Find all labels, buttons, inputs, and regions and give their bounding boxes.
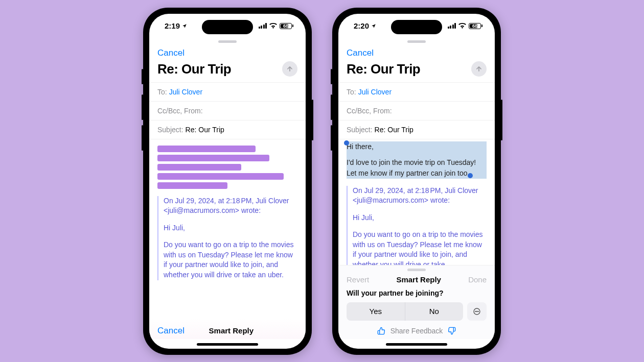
thumbs-down-icon[interactable] — [448, 327, 456, 335]
choice-no[interactable]: No — [405, 302, 464, 321]
wifi-icon — [269, 23, 277, 29]
subject-value: Re: Our Trip — [375, 126, 413, 134]
share-feedback[interactable]: Share Feedback — [338, 327, 495, 337]
smart-reply-bar: Cancel Smart Reply Done — [149, 319, 306, 339]
side-button — [142, 94, 143, 120]
side-button — [312, 100, 313, 140]
send-button[interactable] — [282, 61, 297, 77]
side-button — [331, 125, 332, 151]
quote-body: Do you want to go on a trip to the movie… — [353, 230, 487, 264]
dynamic-island — [391, 20, 442, 34]
to-field[interactable]: To: Juli Clover — [149, 82, 306, 101]
smart-reply-panel: Revert Smart Reply Done Will your partne… — [338, 265, 495, 339]
side-button — [501, 100, 502, 140]
arrow-up-icon — [286, 65, 293, 73]
quote-greeting: Hi Juli, — [353, 213, 487, 223]
revert-button[interactable]: Revert — [347, 275, 369, 284]
cancel-button[interactable]: Cancel — [157, 48, 185, 58]
selection-handle-end[interactable] — [468, 173, 473, 178]
quote-body: Do you want to go on a trip to the movie… — [164, 240, 297, 280]
done-button[interactable]: Done — [468, 275, 487, 284]
compose-title: Re: Our Trip — [157, 61, 231, 77]
svg-point-1 — [475, 311, 476, 311]
reply-line-2: I'd love to join the movie trip on Tuesd… — [347, 158, 476, 177]
status-time: 2:19 — [165, 21, 180, 30]
location-icon — [182, 23, 187, 29]
subject-label: Subject: — [157, 126, 183, 134]
to-field[interactable]: To: Juli Clover — [338, 82, 495, 101]
message-body[interactable]: On Jul 29, 2024, at 2:18 PM, Juli Clover… — [149, 139, 306, 319]
feedback-label: Share Feedback — [390, 327, 443, 335]
compose-title: Re: Our Trip — [347, 61, 420, 77]
subject-field[interactable]: Subject: Re: Our Trip — [338, 120, 495, 139]
quote-header: On Jul 29, 2024, at 2:18 PM, Juli Clover… — [353, 186, 487, 206]
cellular-icon — [259, 23, 267, 29]
quoted-message: On Jul 29, 2024, at 2:18 PM, Juli Clover… — [157, 196, 297, 280]
send-button[interactable] — [471, 61, 487, 77]
smart-reply-question: Will your partner be joining? — [338, 289, 495, 302]
thumbs-up-icon[interactable] — [377, 327, 385, 335]
smart-reply-title: Smart Reply — [209, 326, 254, 335]
to-label: To: — [347, 88, 356, 96]
cc-bcc-field[interactable]: Cc/Bcc, From: — [149, 101, 306, 120]
dynamic-island — [202, 20, 253, 34]
quote-greeting: Hi Juli, — [164, 223, 297, 233]
side-button — [142, 125, 143, 151]
arrow-up-icon — [475, 65, 482, 73]
more-options-button[interactable] — [467, 302, 487, 321]
ai-generating-placeholder — [157, 146, 297, 189]
cc-bcc-field[interactable]: Cc/Bcc, From: — [338, 101, 495, 120]
choice-yes[interactable]: Yes — [347, 302, 405, 321]
location-icon — [371, 23, 376, 29]
selected-reply-text[interactable]: Hi there, I'd love to join the movie tri… — [347, 141, 487, 179]
battery-icon: 68 — [280, 23, 293, 29]
phone-right: 2:20 68 Cancel Re: Our Trip — [332, 8, 501, 355]
subject-label: Subject: — [347, 126, 373, 134]
subject-value: Re: Our Trip — [186, 126, 224, 134]
quoted-message: On Jul 29, 2024, at 2:18 PM, Juli Clover… — [347, 186, 487, 265]
reply-line-1: Hi there, — [347, 141, 487, 157]
status-time: 2:20 — [354, 21, 369, 30]
cc-label: Cc/Bcc, From: — [157, 107, 203, 115]
cellular-icon — [448, 23, 456, 29]
cancel-button[interactable]: Cancel — [157, 326, 185, 336]
wifi-icon — [458, 23, 466, 29]
phone-left: 2:19 68 Cancel Re: Our Trip — [143, 8, 312, 355]
message-body[interactable]: Hi there, I'd love to join the movie tri… — [338, 139, 495, 265]
to-label: To: — [157, 88, 167, 96]
to-value[interactable]: Juli Clover — [358, 88, 392, 96]
home-indicator[interactable] — [386, 343, 447, 346]
cc-label: Cc/Bcc, From: — [347, 107, 392, 115]
selection-handle-start[interactable] — [344, 140, 349, 146]
ellipsis-icon — [473, 307, 481, 316]
side-button — [142, 69, 143, 84]
battery-icon: 68 — [469, 23, 482, 29]
to-value[interactable]: Juli Clover — [169, 88, 202, 96]
side-button — [331, 94, 332, 120]
smart-reply-title: Smart Reply — [396, 275, 441, 284]
home-indicator[interactable] — [197, 343, 258, 346]
quote-header: On Jul 29, 2024, at 2:18 PM, Juli Clover… — [164, 196, 297, 216]
svg-point-2 — [476, 311, 477, 311]
subject-field[interactable]: Subject: Re: Our Trip — [149, 120, 306, 139]
svg-point-3 — [478, 311, 478, 311]
cancel-button[interactable]: Cancel — [347, 48, 374, 58]
side-button — [331, 69, 332, 84]
